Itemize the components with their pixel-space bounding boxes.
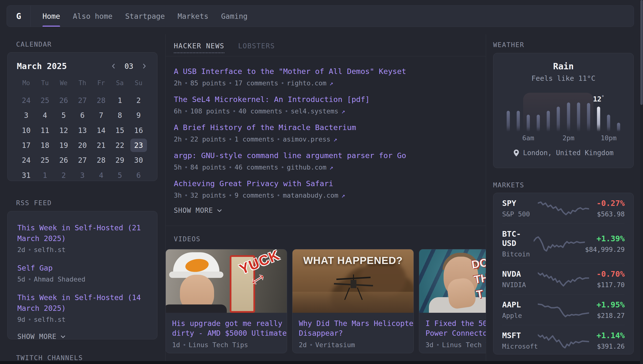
market-row-msft[interactable]: MSFT Microsoft +1.14% $391.26 <box>502 325 625 356</box>
video-channel[interactable]: Veritasium <box>315 341 355 349</box>
video-channel[interactable]: Linus Tech Tips <box>189 341 248 349</box>
calendar-day[interactable]: 24 <box>17 153 36 168</box>
calendar-day[interactable]: 26 <box>54 93 73 108</box>
video-title[interactable]: I Fixed the 5090Power Connector Problem <box>425 318 486 338</box>
calendar-day[interactable]: 21 <box>92 138 111 153</box>
calendar-day[interactable]: 28 <box>92 93 111 108</box>
market-row-nvda[interactable]: NVDA NVIDIA -0.70% $117.70 <box>502 264 625 294</box>
video-title[interactable]: Why Did The Mars HelicopterDisappear? <box>299 318 407 338</box>
video-title[interactable]: His upgrade got me reallydirty - AMD $50… <box>172 318 281 338</box>
story-domain[interactable]: asimov.press <box>283 136 330 143</box>
calendar-day[interactable]: 24 <box>17 93 36 108</box>
calendar-day[interactable]: 14 <box>92 123 111 138</box>
video-card[interactable]: DOTHT I Fixed the 5090Power Connector Pr… <box>419 249 486 353</box>
calendar-day[interactable]: 3 <box>73 168 92 183</box>
nav-tab-startpage[interactable]: Startpage <box>125 6 165 26</box>
stories-show-more-button[interactable]: SHOW MORE <box>174 206 222 214</box>
calendar-day[interactable]: 31 <box>17 168 36 183</box>
calendar-day[interactable]: 5 <box>54 108 73 123</box>
calendar-prev-button[interactable] <box>110 62 117 71</box>
story-comments[interactable]: 17 comments <box>235 79 278 87</box>
video-card[interactable]: YUCK ⤢ His upgrade got me reallydirty - … <box>166 249 287 353</box>
calendar-day[interactable]: 7 <box>92 108 111 123</box>
external-link-icon[interactable]: ↗ <box>329 164 333 171</box>
nav-tab-markets[interactable]: Markets <box>178 6 208 26</box>
calendar-day[interactable]: 27 <box>73 93 92 108</box>
calendar-day[interactable]: 22 <box>111 138 129 153</box>
calendar-day[interactable]: 30 <box>129 153 148 168</box>
video-channel[interactable]: Linus Tech Tips <box>442 341 486 349</box>
rss-item-title[interactable]: Self Gap <box>17 263 148 274</box>
story-title[interactable]: Achieving Great Privacy with Safari <box>174 178 477 188</box>
video-card[interactable]: WHAT HAPPENED? Why Did The Mars Helicopt… <box>292 249 414 353</box>
feed-tab-lobsters[interactable]: LOBSTERS <box>238 42 275 53</box>
calendar-section-label: CALENDAR <box>16 40 158 48</box>
story-title[interactable]: A Brief History of the Miracle Bacterium <box>174 122 477 132</box>
market-row-spy[interactable]: SPY S&P 500 -0.27% $563.98 <box>502 193 625 224</box>
calendar-day[interactable]: 29 <box>111 153 129 168</box>
calendar-day[interactable]: 5 <box>111 168 129 183</box>
calendar-day[interactable]: 2 <box>54 168 73 183</box>
video-thumbnail[interactable]: DOTHT <box>419 249 486 313</box>
story-title[interactable]: The SeL4 Microkernel: An Introduction [p… <box>174 94 477 104</box>
rss-item-title[interactable]: This Week in Self-Hosted (14 March 2025) <box>17 292 148 314</box>
calendar-next-button[interactable] <box>141 62 148 71</box>
calendar-weekday: Sa <box>111 79 129 86</box>
calendar-day[interactable]: 9 <box>129 108 148 123</box>
calendar-day[interactable]: 3 <box>17 108 36 123</box>
rss-item-title[interactable]: This Week in Self-Hosted (21 March 2025) <box>17 222 148 244</box>
story-title[interactable]: argp: GNU-style command line argument pa… <box>174 150 477 160</box>
calendar-day[interactable]: 19 <box>54 138 73 153</box>
rss-show-more-button[interactable]: SHOW MORE <box>17 332 66 340</box>
calendar-day[interactable]: 1 <box>36 168 55 183</box>
video-thumbnail[interactable]: YUCK ⤢ <box>166 249 287 313</box>
story-comments[interactable]: 9 comments <box>235 192 274 199</box>
calendar-day[interactable]: 25 <box>36 153 55 168</box>
calendar-day[interactable]: 27 <box>73 153 92 168</box>
external-link-icon[interactable]: ↗ <box>329 80 333 87</box>
story-domain[interactable]: righto.com <box>287 79 327 87</box>
app-logo[interactable]: G <box>7 6 31 26</box>
calendar-day[interactable]: 11 <box>36 123 55 138</box>
calendar-day[interactable]: 4 <box>92 168 111 183</box>
nav-tab-also-home[interactable]: Also home <box>73 6 113 26</box>
calendar-day[interactable]: 1 <box>111 93 129 108</box>
nav-tab-gaming[interactable]: Gaming <box>221 6 248 26</box>
nav-tab-home[interactable]: Home <box>43 6 60 26</box>
calendar-day[interactable]: 8 <box>111 108 129 123</box>
story-domain[interactable]: github.com <box>287 164 327 171</box>
story-domain[interactable]: sel4.systems <box>291 107 338 115</box>
story-comments[interactable]: 40 comments <box>239 107 282 115</box>
calendar-day[interactable]: 2 <box>129 93 148 108</box>
calendar-day[interactable]: 28 <box>92 153 111 168</box>
calendar-day[interactable]: 15 <box>111 123 129 138</box>
calendar-day[interactable]: 20 <box>73 138 92 153</box>
calendar-day[interactable]: 17 <box>17 138 36 153</box>
calendar-day[interactable]: 12 <box>54 123 73 138</box>
calendar-day[interactable]: 25 <box>36 93 55 108</box>
external-link-icon[interactable]: ↗ <box>341 108 345 115</box>
feed-tab-hacker-news[interactable]: HACKER NEWS <box>174 42 224 53</box>
external-link-icon[interactable]: ↗ <box>341 192 345 199</box>
video-thumbnail[interactable]: WHAT HAPPENED? <box>292 249 413 313</box>
calendar-day-today[interactable]: 23 <box>129 138 148 153</box>
calendar-day[interactable]: 6 <box>73 108 92 123</box>
calendar-day[interactable]: 18 <box>36 138 55 153</box>
calendar-day[interactable]: 4 <box>36 108 55 123</box>
calendar-day[interactable]: 10 <box>17 123 36 138</box>
calendar-day[interactable]: 13 <box>73 123 92 138</box>
calendar-day[interactable]: 6 <box>129 168 148 183</box>
external-link-icon[interactable]: ↗ <box>333 136 337 143</box>
scrollbar-thumb[interactable] <box>640 0 643 105</box>
story-comments[interactable]: 46 comments <box>235 164 278 171</box>
story-title[interactable]: A USB Interface to the "Mother of All De… <box>174 66 477 76</box>
story-comments[interactable]: 1 comments <box>235 136 274 143</box>
scrollbar-track[interactable] <box>640 0 643 364</box>
calendar-day[interactable]: 26 <box>54 153 73 168</box>
market-ticker: BTC-USD <box>502 229 534 248</box>
calendar-day[interactable]: 16 <box>129 123 148 138</box>
market-row-btc-usd[interactable]: BTC-USD Bitcoin +1.39% $84,999.29 <box>502 224 625 264</box>
right-column: WEATHER Rain Feels like 11°C <box>493 27 634 361</box>
story-domain[interactable]: matanabudy.com <box>283 192 338 199</box>
market-row-aapl[interactable]: AAPL Apple +1.95% $218.27 <box>502 294 625 325</box>
